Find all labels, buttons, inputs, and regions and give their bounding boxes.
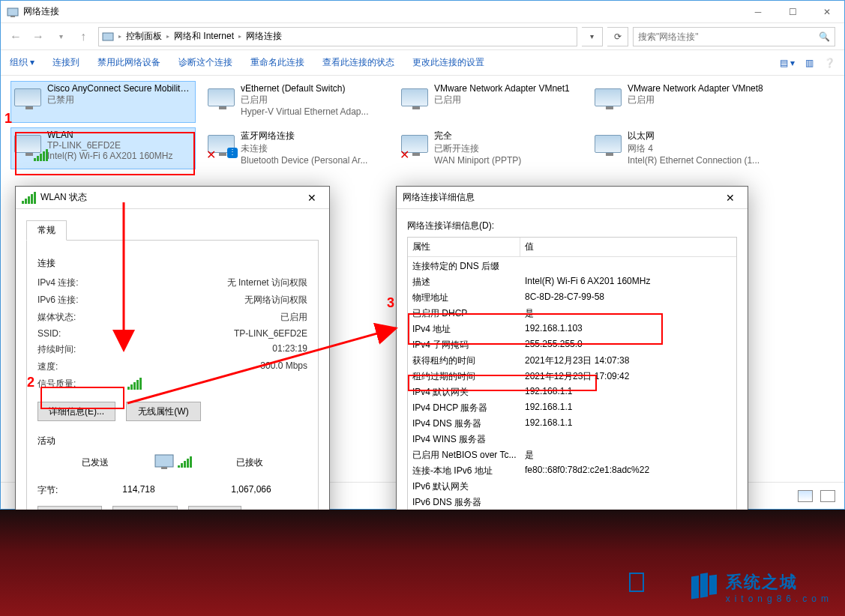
status-value: 01:23:19 — [127, 343, 307, 356]
minimize-button[interactable]: ─ — [741, 1, 775, 23]
svg-rect-1 — [10, 16, 15, 17]
organize-menu[interactable]: 组织 ▾ — [10, 56, 34, 69]
col-value[interactable]: 值 — [520, 238, 538, 256]
detail-value: fe80::68f0:78d2:c2e1:8adc%22 — [525, 465, 732, 477]
toolbar-item[interactable]: 重命名此连接 — [250, 56, 304, 69]
adapter-wan[interactable]: ✕ 完全 已断开连接 WAN Miniport (PPTP) — [398, 128, 582, 169]
refresh-dropdown[interactable]: ▾ — [582, 27, 603, 46]
wireless-props-button[interactable]: 无线属性(W) — [126, 402, 201, 421]
adapter-name: VMware Network Adapter VMnet1 — [434, 83, 580, 94]
details-row[interactable]: IPv4 地址192.168.1.103 — [408, 321, 736, 337]
adapter-wlan[interactable]: WLAN TP-LINK_6EFD2E Intel(R) Wi-Fi 6 AX2… — [11, 128, 195, 169]
forward-button[interactable]: → — [28, 26, 49, 47]
watermark: 系统之城 xitong86.com — [688, 571, 833, 604]
bytes-label: 字节: — [37, 484, 82, 497]
back-button[interactable]: ← — [5, 26, 26, 47]
up-button[interactable]: ↑ — [73, 26, 94, 47]
details-row[interactable]: 已启用 DHCP是 — [408, 306, 736, 321]
details-button[interactable]: 详细信息(E)... — [37, 402, 115, 421]
details-row[interactable]: IPv4 子网掩码255.255.255.0 — [408, 337, 736, 353]
detail-value: 192.168.1.1 — [525, 386, 732, 399]
details-row[interactable]: 连接特定的 DNS 后缀 — [408, 259, 736, 274]
folder-icon — [102, 31, 114, 43]
search-input[interactable] — [638, 31, 819, 42]
detail-value: 2021年12月23日 17:09:42 — [525, 370, 732, 383]
details-row[interactable]: IPv4 DNS 服务器192.168.1.1 — [408, 416, 736, 432]
breadcrumb-item[interactable]: 控制面板 — [126, 30, 162, 43]
search-icon[interactable]: 🔍 — [819, 31, 830, 42]
signal-icon — [22, 192, 36, 204]
dialog-title: 网络连接详细信息 — [403, 191, 719, 204]
signal-quality-label: 信号质量: — [37, 378, 127, 390]
close-icon[interactable]: ✕ — [719, 192, 742, 204]
detail-key: IPv6 默认网关 — [412, 480, 525, 493]
toolbar-item[interactable]: 查看此连接的状态 — [322, 56, 394, 69]
toolbar-item[interactable]: 连接到 — [52, 56, 79, 69]
details-row[interactable]: 已启用 NetBIOS over Tc...是 — [408, 447, 736, 463]
maximize-button[interactable]: ☐ — [775, 1, 810, 23]
detail-key: IPv4 DHCP 服务器 — [412, 402, 525, 414]
details-row[interactable]: IPv6 DNS 服务器 — [408, 495, 736, 510]
window-title: 网络连接 — [23, 5, 741, 18]
details-row[interactable]: 连接-本地 IPv6 地址fe80::68f0:78d2:c2e1:8adc%2… — [408, 463, 736, 479]
detail-key: 连接特定的 DNS 后缀 — [412, 260, 525, 273]
status-key: IPv6 连接: — [37, 294, 127, 307]
col-property[interactable]: 属性 — [408, 238, 520, 256]
adapter-cisco[interactable]: Cisco AnyConnect Secure Mobility Client … — [11, 82, 195, 122]
adapter-bluetooth[interactable]: ✕ ⋮ 蓝牙网络连接 未连接 Bluetooth Device (Persona… — [205, 128, 388, 169]
svg-rect-8 — [700, 573, 708, 597]
breadcrumb-item[interactable]: 网络和 Internet — [174, 30, 234, 43]
search-box[interactable]: 🔍 — [633, 27, 835, 46]
svg-rect-7 — [691, 576, 699, 599]
svg-rect-9 — [709, 575, 717, 595]
adapter-name: 蓝牙网络连接 — [241, 130, 387, 142]
adapter-vmnet1[interactable]: VMware Network Adapter VMnet1 已启用 — [398, 82, 582, 122]
details-row[interactable]: 描述Intel(R) Wi-Fi 6 AX201 160MHz — [408, 274, 736, 290]
adapter-device: Bluetooth Device (Personal Ar... — [241, 155, 387, 166]
detail-key: IPv4 地址 — [412, 323, 525, 336]
detail-value: 192.168.1.1 — [525, 417, 732, 430]
details-row[interactable]: 物理地址8C-8D-28-C7-99-58 — [408, 290, 736, 306]
view-menu-icon[interactable]: ▤ ▾ — [780, 58, 795, 68]
adapter-vmnet8[interactable]: VMware Network Adapter VMnet8 已启用 — [592, 82, 775, 122]
status-value: 300.0 Mbps — [127, 360, 307, 373]
adapter-name: WLAN — [47, 130, 193, 140]
toolbar-item[interactable]: 诊断这个连接 — [178, 56, 232, 69]
close-icon[interactable]: ✕ — [301, 192, 323, 204]
detail-value: 2021年12月23日 14:07:38 — [525, 354, 732, 367]
list-view-icon[interactable] — [820, 490, 835, 502]
refresh-button[interactable]: ⟳ — [607, 27, 628, 46]
help-icon[interactable]: ❔ — [824, 58, 835, 68]
toolbar-item[interactable]: 禁用此网络设备 — [97, 56, 160, 69]
status-key: IPv4 连接: — [37, 277, 127, 289]
close-button[interactable]: ✕ — [810, 1, 844, 23]
adapter-status: 已启用 — [434, 94, 580, 106]
detail-key: 连接-本地 IPv6 地址 — [412, 465, 525, 477]
history-dropdown[interactable]: ▾ — [50, 26, 71, 47]
details-row[interactable]: IPv6 默认网关 — [408, 479, 736, 495]
breadcrumb-item[interactable]: 网络连接 — [246, 30, 282, 43]
details-dialog: 网络连接详细信息 ✕ 网络连接详细信息(D): 属性 值 连接特定的 DNS 后… — [396, 186, 748, 563]
adapter-status: 已断开连接 — [434, 142, 580, 155]
dialog-title: WLAN 状态 — [40, 191, 301, 204]
details-table: 属性 值 连接特定的 DNS 后缀描述Intel(R) Wi-Fi 6 AX20… — [407, 237, 737, 552]
adapter-device: Hyper-V Virtual Ethernet Adap... — [241, 106, 387, 117]
detail-key: IPv6 DNS 服务器 — [412, 496, 525, 509]
details-row[interactable]: 租约过期的时间2021年12月23日 17:09:42 — [408, 369, 736, 384]
details-row[interactable]: IPv4 默认网关192.168.1.1 — [408, 384, 736, 400]
breadcrumb-bar[interactable]: ▸ 控制面板 ▸ 网络和 Internet ▸ 网络连接 — [98, 27, 577, 46]
svg-rect-4 — [161, 467, 167, 469]
details-row[interactable]: IPv4 DHCP 服务器192.168.1.1 — [408, 400, 736, 416]
adapter-ethernet[interactable]: 以太网 网络 4 Intel(R) Ethernet Connection (1… — [592, 128, 775, 169]
toolbar-item[interactable]: 更改此连接的设置 — [412, 56, 484, 69]
preview-pane-icon[interactable]: ▥ — [805, 58, 814, 68]
details-view-icon[interactable] — [798, 490, 813, 502]
adapter-vethernet[interactable]: vEthernet (Default Switch) 已启用 Hyper-V V… — [205, 82, 388, 122]
details-row[interactable]: IPv4 WINS 服务器 — [408, 432, 736, 447]
adapter-name: Cisco AnyConnect Secure Mobility Client … — [47, 83, 193, 94]
detail-key: 已启用 DHCP — [412, 307, 525, 320]
details-row[interactable]: 获得租约的时间2021年12月23日 14:07:38 — [408, 353, 736, 369]
address-bar: ← → ▾ ↑ ▸ 控制面板 ▸ 网络和 Internet ▸ 网络连接 ▾ ⟳… — [1, 23, 844, 50]
adapter-device: WAN Miniport (PPTP) — [434, 155, 580, 166]
tab-general[interactable]: 常规 — [26, 220, 67, 241]
